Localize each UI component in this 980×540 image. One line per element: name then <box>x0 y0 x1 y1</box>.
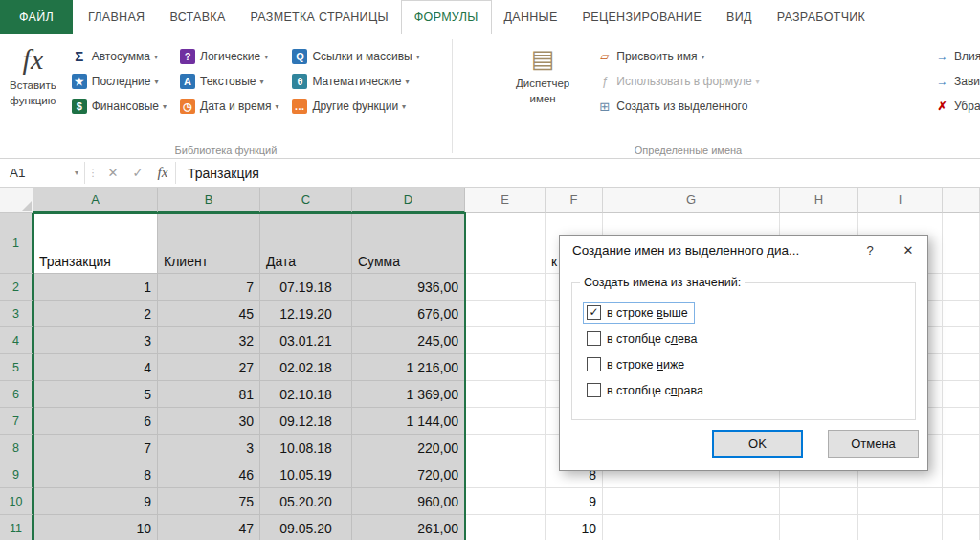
cancel-button[interactable]: Отмена <box>828 430 919 458</box>
row-header-11[interactable]: 11 <box>0 515 33 540</box>
recently-used-button[interactable]: ★ Последние ▾ <box>68 69 170 94</box>
cell-A10[interactable]: 9 <box>33 488 158 515</box>
cell-A11[interactable]: 10 <box>33 515 158 540</box>
cell-B3[interactable]: 45 <box>158 301 260 327</box>
cell-C9[interactable]: 10.05.19 <box>260 461 352 488</box>
more-functions-button[interactable]: … Другие функции ▾ <box>288 94 423 119</box>
tab-developer[interactable]: РАЗРАБОТЧИК <box>765 0 878 34</box>
logical-button[interactable]: ? Логические ▾ <box>176 44 282 69</box>
cell-E10[interactable] <box>465 488 546 515</box>
column-header-partial[interactable] <box>943 188 980 213</box>
cell-partial[interactable] <box>943 461 980 488</box>
lookup-reference-button[interactable]: Q Ссылки и массивы ▾ <box>288 44 423 69</box>
name-box-dropdown-icon[interactable]: ▾ <box>75 169 78 177</box>
cell-E8[interactable] <box>465 435 546 461</box>
cell-E4[interactable] <box>465 327 546 354</box>
cell-A5[interactable]: 4 <box>33 354 158 381</box>
define-name-button[interactable]: ▱ Присвоить имя ▾ <box>592 44 763 69</box>
tab-formulas[interactable]: ФОРМУЛЫ <box>401 0 492 34</box>
row-header-2[interactable]: 2 <box>0 274 33 301</box>
cell-B8[interactable]: 3 <box>158 435 260 461</box>
row-header-10[interactable]: 10 <box>0 488 33 515</box>
cell-C6[interactable]: 02.10.18 <box>260 381 352 408</box>
cell-C2[interactable]: 07.19.18 <box>260 274 352 301</box>
option-row-top-row[interactable]: ✓ в строке выше <box>584 303 694 323</box>
cell-A8[interactable]: 7 <box>33 435 158 461</box>
cell-E9[interactable] <box>465 461 546 488</box>
cell-G11[interactable] <box>603 515 780 540</box>
option-row-left-column[interactable]: в столбце слева <box>584 328 702 349</box>
cell-D7[interactable]: 1 144,00 <box>352 408 465 435</box>
cell-A6[interactable]: 5 <box>33 381 158 408</box>
use-in-formula-button[interactable]: ƒ Использовать в формуле ▾ <box>592 69 763 94</box>
cell-D4[interactable]: 245,00 <box>352 327 465 354</box>
cell-F11[interactable]: 10 <box>546 515 603 540</box>
cell-E2[interactable] <box>465 274 546 301</box>
column-header-G[interactable]: G <box>603 188 780 213</box>
cell-E3[interactable] <box>465 301 546 327</box>
cell-partial[interactable] <box>943 435 980 461</box>
row-header-3[interactable]: 3 <box>0 301 33 327</box>
tab-insert[interactable]: ВСТАВКА <box>157 0 237 34</box>
row-header-6[interactable]: 6 <box>0 381 33 408</box>
cancel-entry-button[interactable]: ✕ <box>100 159 125 187</box>
cell-B10[interactable]: 75 <box>158 488 260 515</box>
remove-arrows-button[interactable]: ✗ Убрать стрелки ▾ <box>930 94 980 119</box>
cell-D1[interactable]: Сумма <box>352 213 465 274</box>
cell-I10[interactable] <box>858 488 943 515</box>
cell-A9[interactable]: 8 <box>33 461 158 488</box>
trace-dependents-button[interactable]: → Зависимые ячейки <box>930 69 980 94</box>
column-header-H[interactable]: H <box>780 188 858 213</box>
dialog-close-button[interactable]: ✕ <box>889 236 927 265</box>
cell-H11[interactable] <box>780 515 858 540</box>
row-header-5[interactable]: 5 <box>0 354 33 381</box>
row-header-4[interactable]: 4 <box>0 327 33 354</box>
row-header-9[interactable]: 9 <box>0 461 33 488</box>
text-functions-button[interactable]: А Текстовые ▾ <box>176 69 282 94</box>
cell-partial[interactable] <box>943 488 980 515</box>
date-time-button[interactable]: ◷ Дата и время ▾ <box>176 94 282 119</box>
cell-I11[interactable] <box>858 515 943 540</box>
cell-B7[interactable]: 30 <box>158 408 260 435</box>
name-manager-button[interactable]: ▤ Диспетчеримен <box>510 42 575 119</box>
cell-D10[interactable]: 960,00 <box>352 488 465 515</box>
formula-bar-handle[interactable]: ⋮ <box>85 159 100 187</box>
column-header-C[interactable]: C <box>260 188 352 213</box>
cell-partial[interactable] <box>943 381 980 408</box>
insert-function-fx-button[interactable]: fx <box>150 159 175 187</box>
cell-B1[interactable]: Клиент <box>158 213 260 274</box>
column-header-I[interactable]: I <box>858 188 943 213</box>
tab-home[interactable]: ГЛАВНАЯ <box>76 0 157 34</box>
dialog-help-button[interactable]: ? <box>851 236 889 265</box>
cell-A2[interactable]: 1 <box>33 274 158 301</box>
row-header-8[interactable]: 8 <box>0 435 33 461</box>
cell-partial[interactable] <box>943 408 980 435</box>
tab-data[interactable]: ДАННЫЕ <box>492 0 570 34</box>
cell-A4[interactable]: 3 <box>33 327 158 354</box>
option-row-bottom-row[interactable]: в строке ниже <box>584 354 690 374</box>
cell-B11[interactable]: 47 <box>158 515 260 540</box>
cell-partial[interactable] <box>943 354 980 381</box>
cell-D6[interactable]: 1 369,00 <box>352 381 465 408</box>
enter-entry-button[interactable]: ✓ <box>125 159 150 187</box>
cell-C7[interactable]: 09.12.18 <box>260 408 352 435</box>
checkbox-left-column[interactable] <box>587 331 601 346</box>
cell-partial[interactable] <box>943 327 980 354</box>
cell-partial[interactable] <box>943 301 980 327</box>
formula-input[interactable]: Транзакция <box>176 159 980 187</box>
column-header-A[interactable]: A <box>33 188 158 213</box>
dialog-titlebar[interactable]: Создание имен из выделенного диа... ? ✕ <box>560 236 927 265</box>
checkbox-right-column[interactable] <box>587 383 601 397</box>
checkbox-bottom-row[interactable] <box>587 357 601 371</box>
checkbox-top-row[interactable]: ✓ <box>587 305 601 320</box>
cell-D9[interactable]: 720,00 <box>352 461 465 488</box>
cell-A1[interactable]: Транзакция <box>33 213 158 274</box>
cell-E6[interactable] <box>465 381 546 408</box>
column-header-D[interactable]: D <box>352 188 465 213</box>
cell-partial[interactable] <box>943 274 980 301</box>
tab-review[interactable]: РЕЦЕНЗИРОВАНИЕ <box>570 0 714 34</box>
tab-view[interactable]: ВИД <box>714 0 765 34</box>
cell-D2[interactable]: 936,00 <box>352 274 465 301</box>
cell-E5[interactable] <box>465 354 546 381</box>
cell-B5[interactable]: 27 <box>158 354 260 381</box>
